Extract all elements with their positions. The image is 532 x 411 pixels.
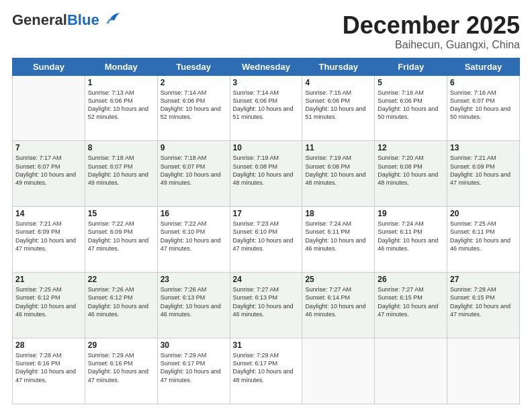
day-number: 7 [15, 143, 82, 152]
calendar-cell: 4Sunrise: 7:15 AMSunset: 6:06 PMDaylight… [302, 75, 375, 141]
day-info: Sunrise: 7:18 AMSunset: 6:07 PMDaylight:… [88, 154, 154, 187]
month-title: December 2025 [343, 12, 520, 39]
logo-general: General [12, 11, 67, 28]
calendar-week-row: 7Sunrise: 7:17 AMSunset: 6:07 PMDaylight… [13, 141, 520, 207]
calendar-cell: 8Sunrise: 7:18 AMSunset: 6:07 PMDaylight… [85, 141, 157, 207]
calendar-cell [375, 338, 447, 404]
calendar-cell: 18Sunrise: 7:24 AMSunset: 6:11 PMDayligh… [302, 207, 375, 273]
calendar-cell: 3Sunrise: 7:14 AMSunset: 6:06 PMDaylight… [230, 75, 302, 141]
calendar-cell: 10Sunrise: 7:19 AMSunset: 6:08 PMDayligh… [230, 141, 302, 207]
calendar-cell: 16Sunrise: 7:22 AMSunset: 6:10 PMDayligh… [157, 207, 230, 273]
calendar-cell: 7Sunrise: 7:17 AMSunset: 6:07 PMDaylight… [13, 141, 85, 207]
day-number: 1 [88, 78, 154, 87]
day-number: 23 [161, 275, 227, 284]
day-info: Sunrise: 7:13 AMSunset: 6:06 PMDaylight:… [88, 89, 154, 122]
day-info: Sunrise: 7:21 AMSunset: 6:09 PMDaylight:… [15, 220, 82, 253]
calendar-cell: 25Sunrise: 7:27 AMSunset: 6:14 PMDayligh… [302, 273, 375, 338]
day-number: 14 [15, 209, 82, 218]
day-info: Sunrise: 7:23 AMSunset: 6:10 PMDaylight:… [233, 220, 300, 253]
day-header-monday: Monday [85, 58, 157, 75]
day-number: 4 [305, 78, 371, 87]
calendar-cell: 9Sunrise: 7:18 AMSunset: 6:07 PMDaylight… [157, 141, 230, 207]
calendar-cell: 22Sunrise: 7:26 AMSunset: 6:12 PMDayligh… [85, 273, 157, 338]
day-number: 18 [305, 209, 371, 218]
logo: GeneralBlue [12, 12, 121, 28]
day-info: Sunrise: 7:17 AMSunset: 6:07 PMDaylight:… [15, 154, 82, 187]
bird-icon [101, 11, 121, 26]
calendar-cell: 17Sunrise: 7:23 AMSunset: 6:10 PMDayligh… [230, 207, 302, 273]
calendar-cell: 19Sunrise: 7:24 AMSunset: 6:11 PMDayligh… [375, 207, 447, 273]
day-info: Sunrise: 7:18 AMSunset: 6:07 PMDaylight:… [161, 154, 227, 187]
header: GeneralBlue December 2025 Baihecun, Guan… [12, 12, 520, 51]
day-info: Sunrise: 7:20 AMSunset: 6:08 PMDaylight:… [378, 154, 444, 187]
calendar-cell: 27Sunrise: 7:28 AMSunset: 6:15 PMDayligh… [447, 273, 520, 338]
logo-blue: Blue [67, 11, 99, 28]
day-number: 24 [233, 275, 300, 284]
day-header-wednesday: Wednesday [230, 58, 302, 75]
calendar-cell [13, 75, 85, 141]
day-number: 21 [15, 275, 82, 284]
day-number: 22 [88, 275, 154, 284]
calendar-cell: 24Sunrise: 7:27 AMSunset: 6:13 PMDayligh… [230, 273, 302, 338]
day-info: Sunrise: 7:26 AMSunset: 6:12 PMDaylight:… [88, 285, 154, 318]
calendar-header-row: SundayMondayTuesdayWednesdayThursdayFrid… [13, 58, 520, 75]
calendar-cell: 23Sunrise: 7:26 AMSunset: 6:13 PMDayligh… [157, 273, 230, 338]
calendar-week-row: 1Sunrise: 7:13 AMSunset: 6:06 PMDaylight… [13, 75, 520, 141]
day-info: Sunrise: 7:14 AMSunset: 6:06 PMDaylight:… [233, 89, 300, 122]
day-info: Sunrise: 7:15 AMSunset: 6:06 PMDaylight:… [305, 89, 371, 122]
day-number: 25 [305, 275, 371, 284]
day-number: 12 [378, 143, 444, 152]
day-number: 9 [161, 143, 227, 152]
day-info: Sunrise: 7:27 AMSunset: 6:15 PMDaylight:… [378, 285, 444, 318]
day-info: Sunrise: 7:14 AMSunset: 6:06 PMDaylight:… [161, 89, 227, 122]
calendar-week-row: 21Sunrise: 7:25 AMSunset: 6:12 PMDayligh… [13, 273, 520, 338]
day-number: 15 [88, 209, 154, 218]
calendar-cell: 26Sunrise: 7:27 AMSunset: 6:15 PMDayligh… [375, 273, 447, 338]
day-header-tuesday: Tuesday [157, 58, 230, 75]
day-info: Sunrise: 7:28 AMSunset: 6:16 PMDaylight:… [15, 351, 82, 384]
day-info: Sunrise: 7:29 AMSunset: 6:17 PMDaylight:… [233, 351, 300, 384]
day-header-sunday: Sunday [13, 58, 85, 75]
calendar-cell: 6Sunrise: 7:16 AMSunset: 6:07 PMDaylight… [447, 75, 520, 141]
logo-text: GeneralBlue [12, 12, 99, 28]
day-number: 3 [233, 78, 300, 87]
day-info: Sunrise: 7:22 AMSunset: 6:09 PMDaylight:… [88, 220, 154, 253]
day-info: Sunrise: 7:16 AMSunset: 6:07 PMDaylight:… [450, 89, 517, 122]
day-info: Sunrise: 7:19 AMSunset: 6:08 PMDaylight:… [233, 154, 300, 187]
calendar-cell: 12Sunrise: 7:20 AMSunset: 6:08 PMDayligh… [375, 141, 447, 207]
day-number: 16 [161, 209, 227, 218]
day-info: Sunrise: 7:25 AMSunset: 6:11 PMDaylight:… [450, 220, 517, 253]
day-number: 19 [378, 209, 444, 218]
day-number: 27 [450, 275, 517, 284]
day-number: 13 [450, 143, 517, 152]
day-number: 11 [305, 143, 371, 152]
calendar-cell: 31Sunrise: 7:29 AMSunset: 6:17 PMDayligh… [230, 338, 302, 404]
day-number: 2 [161, 78, 227, 87]
day-header-thursday: Thursday [302, 58, 375, 75]
day-number: 26 [378, 275, 444, 284]
day-number: 20 [450, 209, 517, 218]
page: GeneralBlue December 2025 Baihecun, Guan… [0, 0, 532, 411]
calendar-cell: 20Sunrise: 7:25 AMSunset: 6:11 PMDayligh… [447, 207, 520, 273]
day-header-saturday: Saturday [447, 58, 520, 75]
day-info: Sunrise: 7:28 AMSunset: 6:15 PMDaylight:… [450, 285, 517, 318]
day-info: Sunrise: 7:22 AMSunset: 6:10 PMDaylight:… [161, 220, 227, 253]
day-info: Sunrise: 7:29 AMSunset: 6:17 PMDaylight:… [161, 351, 227, 384]
calendar-cell [447, 338, 520, 404]
calendar-cell: 21Sunrise: 7:25 AMSunset: 6:12 PMDayligh… [13, 273, 85, 338]
calendar-cell: 5Sunrise: 7:16 AMSunset: 6:06 PMDaylight… [375, 75, 447, 141]
day-info: Sunrise: 7:19 AMSunset: 6:08 PMDaylight:… [305, 154, 371, 187]
day-info: Sunrise: 7:24 AMSunset: 6:11 PMDaylight:… [305, 220, 371, 253]
day-header-friday: Friday [375, 58, 447, 75]
calendar-cell: 28Sunrise: 7:28 AMSunset: 6:16 PMDayligh… [13, 338, 85, 404]
calendar-table: SundayMondayTuesdayWednesdayThursdayFrid… [12, 58, 520, 404]
day-number: 28 [15, 340, 82, 350]
day-info: Sunrise: 7:29 AMSunset: 6:16 PMDaylight:… [88, 351, 154, 384]
day-info: Sunrise: 7:27 AMSunset: 6:13 PMDaylight:… [233, 285, 300, 318]
day-number: 8 [88, 143, 154, 152]
day-number: 30 [161, 340, 227, 350]
calendar-cell: 2Sunrise: 7:14 AMSunset: 6:06 PMDaylight… [157, 75, 230, 141]
calendar-cell: 1Sunrise: 7:13 AMSunset: 6:06 PMDaylight… [85, 75, 157, 141]
calendar-week-row: 28Sunrise: 7:28 AMSunset: 6:16 PMDayligh… [13, 338, 520, 404]
day-number: 31 [233, 340, 300, 350]
